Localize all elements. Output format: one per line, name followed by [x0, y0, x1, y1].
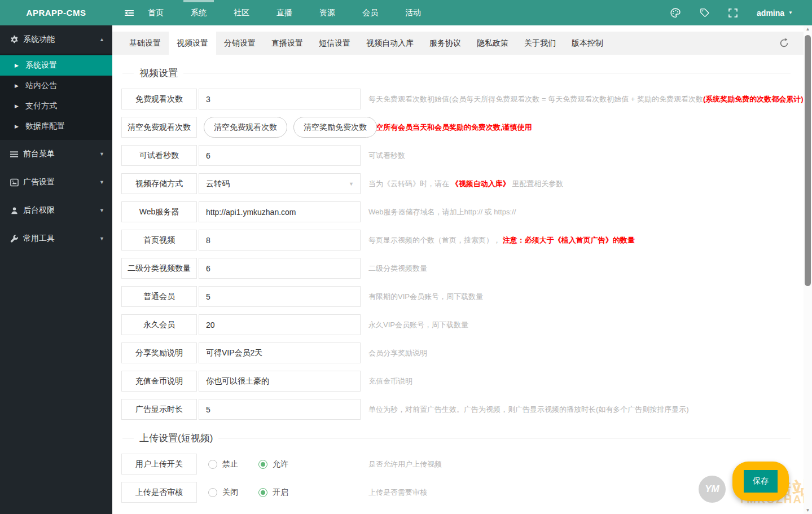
- save-button[interactable]: 保存: [744, 470, 778, 493]
- select-field[interactable]: [199, 173, 361, 194]
- nav-item-6[interactable]: 活动: [392, 0, 434, 25]
- field-hint: 每天免费观看次数初始值(会员每天所得免费观看次数 = 每天免费观看次数初始值 +…: [368, 94, 806, 104]
- text-input[interactable]: [199, 342, 361, 363]
- fullscreen-icon[interactable]: [728, 8, 738, 18]
- nav-item-2[interactable]: 社区: [220, 0, 263, 25]
- field-label: 首页视频: [121, 230, 197, 251]
- form-row: 清空免费观看次数清空免费观看次数清空奖励免费次数清空所有会员当天和会员奖励的免费…: [121, 117, 812, 138]
- hint-text: 永久VIP会员账号，周下载数量: [368, 320, 468, 329]
- clear-button-0[interactable]: 清空免费观看次数: [204, 117, 287, 138]
- radio-dot-icon: [258, 460, 267, 469]
- form-row: 视频存储方式▼当为《云转码》时，请在 《视频自动入库》 里配置相关参数: [121, 173, 812, 194]
- section-title: 上传设置(短视频): [122, 432, 791, 445]
- tab-4[interactable]: 短信设置: [311, 32, 358, 55]
- tab-7[interactable]: 隐私政策: [469, 32, 516, 55]
- sidebar-group-label: 前台菜单: [23, 149, 55, 159]
- field-hint: 二级分类视频数量: [368, 263, 427, 274]
- menu-list-icon: [10, 150, 19, 159]
- scroll-down-icon[interactable]: ▼: [804, 508, 812, 513]
- radio-label: 开启: [273, 487, 288, 498]
- radio-option-1[interactable]: 开启: [258, 487, 288, 498]
- field-hint: 上传是否需要审核: [368, 487, 427, 498]
- form-row: 可试看秒数可试看秒数: [121, 145, 812, 166]
- triangle-right-icon: ▶: [15, 124, 19, 129]
- tab-0[interactable]: 基础设置: [121, 32, 169, 55]
- refresh-icon[interactable]: [779, 38, 789, 48]
- hint-text: 清空所有会员当天和会员奖励的免费次数,谨慎使用: [368, 123, 532, 131]
- text-input[interactable]: [199, 145, 361, 166]
- sidebar-item-1[interactable]: ▶站内公告: [0, 76, 112, 96]
- hint-text: Web服务器储存域名，请加上http:// 或 https://: [368, 208, 516, 216]
- field-hint: 当为《云转码》时，请在 《视频自动入库》 里配置相关参数: [368, 179, 563, 189]
- sidebar-group-label: 常用工具: [23, 234, 55, 244]
- field-hint: Web服务器储存域名，请加上http:// 或 https://: [368, 207, 516, 217]
- text-input[interactable]: [199, 201, 361, 222]
- triangle-right-icon: ▶: [15, 63, 19, 68]
- tab-2[interactable]: 分销设置: [216, 32, 264, 55]
- tab-8[interactable]: 关于我们: [516, 32, 564, 55]
- text-input[interactable]: [199, 399, 361, 420]
- text-input[interactable]: [199, 286, 361, 307]
- sidebar-group-2[interactable]: 广告设置▼: [0, 168, 112, 196]
- palette-icon[interactable]: [670, 8, 681, 18]
- sidebar-group-0[interactable]: 系统功能▲: [0, 25, 112, 54]
- radio-option-1[interactable]: 允许: [258, 459, 288, 469]
- text-input[interactable]: [199, 314, 361, 335]
- radio-option-0[interactable]: 关闭: [208, 487, 238, 498]
- chevron-down-icon: ▼: [99, 151, 104, 157]
- hint-text: 每页显示视频的个数（首页，搜索页），: [368, 236, 503, 244]
- tab-1[interactable]: 视频设置: [169, 32, 216, 60]
- header-right: admina ▼: [670, 0, 793, 25]
- nav-item-3[interactable]: 直播: [263, 0, 306, 25]
- sidebar-group-4[interactable]: 常用工具▼: [0, 225, 112, 253]
- sidebar-group-3[interactable]: 后台权限▼: [0, 196, 112, 225]
- radio-label: 允许: [273, 459, 288, 469]
- sidebar-item-0[interactable]: ▶系统设置: [0, 55, 112, 76]
- nav-item-5[interactable]: 会员: [349, 0, 392, 25]
- nav-item-4[interactable]: 资源: [306, 0, 349, 25]
- tag-icon[interactable]: [699, 8, 709, 18]
- hint-text: 可试看秒数: [368, 151, 405, 160]
- ad-image-icon: [10, 178, 19, 187]
- chevron-down-icon: ▼: [788, 10, 793, 15]
- scrollbar-thumb[interactable]: [805, 35, 811, 286]
- scroll-up-icon[interactable]: ▲: [804, 27, 812, 32]
- radio-dot-icon: [258, 488, 267, 497]
- text-input[interactable]: [199, 371, 361, 392]
- hint-text: 单位为秒，对前置广告生效。广告为视频，则广告显示视频的播放时长(如有多个广告则按…: [368, 405, 689, 414]
- form-row: 分享奖励说明会员分享奖励说明: [121, 342, 812, 363]
- tab-6[interactable]: 服务协议: [422, 32, 469, 55]
- form-row: 上传是否审核关闭开启上传是否需要审核: [121, 482, 812, 503]
- tab-5[interactable]: 视频自动入库: [358, 32, 422, 55]
- nav-item-1[interactable]: 系统: [177, 0, 220, 25]
- field-label: 分享奖励说明: [121, 342, 197, 363]
- sidebar-group-label: 广告设置: [23, 177, 55, 187]
- field-label: 清空免费观看次数: [121, 117, 197, 138]
- nav-item-0[interactable]: 首页: [134, 0, 177, 25]
- form-row: 广告显示时长单位为秒，对前置广告生效。广告为视频，则广告显示视频的播放时长(如有…: [121, 399, 812, 420]
- section-title-text: 视频设置: [139, 67, 178, 80]
- clear-button-1[interactable]: 清空奖励免费次数: [293, 117, 377, 138]
- text-input[interactable]: [199, 258, 361, 279]
- gear-icon: [10, 36, 19, 44]
- hint-text: (系统奖励免费的次数都会累计): [703, 95, 804, 103]
- sidebar-item-2[interactable]: ▶支付方式: [0, 96, 112, 116]
- field-label: 上传是否审核: [121, 482, 197, 503]
- tab-9[interactable]: 版本控制: [564, 32, 611, 55]
- text-input[interactable]: [199, 89, 361, 109]
- wrench-icon: [10, 235, 19, 243]
- field-label: 免费观看次数: [121, 89, 197, 109]
- sidebar-group-1[interactable]: 前台菜单▼: [0, 140, 112, 168]
- sidebar-item-3[interactable]: ▶数据库配置: [0, 116, 112, 137]
- user-icon: [10, 207, 19, 215]
- tab-3[interactable]: 直播设置: [264, 32, 311, 55]
- radio-dot-icon: [208, 460, 217, 469]
- sidebar-item-label: 支付方式: [25, 101, 57, 111]
- text-input[interactable]: [199, 230, 361, 251]
- settings-tabbar: 基础设置视频设置分销设置直播设置短信设置视频自动入库服务协议隐私政策关于我们版本…: [112, 32, 812, 55]
- field-hint: 每页显示视频的个数（首页，搜索页）， 注意：必须大于《植入首页广告》的数量: [368, 235, 635, 245]
- hint-text: 充值金币说明: [368, 377, 412, 385]
- user-menu[interactable]: admina ▼: [757, 8, 793, 17]
- hint-text: 注意：必须大于《植入首页广告》的数量: [503, 236, 635, 244]
- radio-option-0[interactable]: 禁止: [208, 459, 238, 469]
